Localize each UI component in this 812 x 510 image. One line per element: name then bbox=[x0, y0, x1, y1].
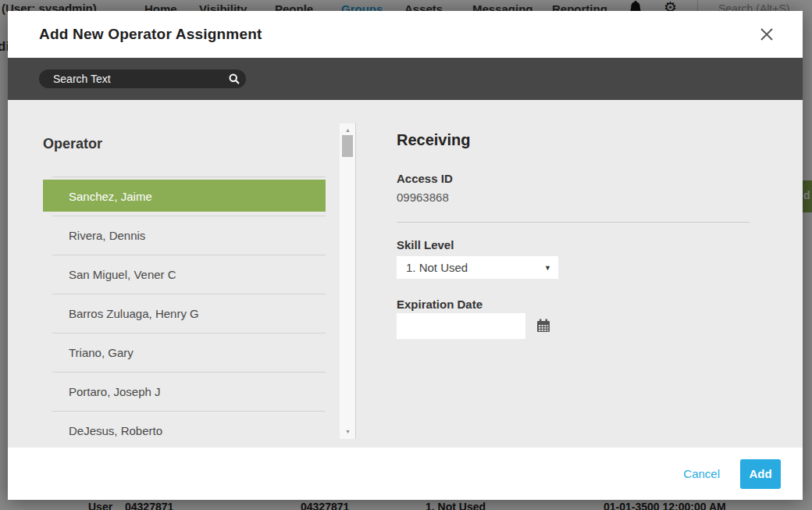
operator-list-item[interactable]: Sanchez, Jaime bbox=[43, 177, 326, 216]
operator-name: Sanchez, Jaime bbox=[69, 190, 152, 203]
scroll-down-icon[interactable]: ▼ bbox=[340, 428, 356, 436]
operator-name: Barros Zuluaga, Henry G bbox=[69, 307, 199, 320]
search-pill bbox=[39, 70, 246, 88]
skill-level-select[interactable]: 1. Not Used ▼ bbox=[397, 256, 558, 279]
expiration-date-input[interactable] bbox=[397, 313, 525, 339]
operator-list-item[interactable]: DeJesus, Roberto bbox=[43, 411, 326, 448]
add-operator-assignment-dialog: Add New Operator Assignment Operator San… bbox=[8, 11, 803, 500]
operator-list-scrollbar[interactable]: ▲ ▼ bbox=[340, 123, 356, 439]
dialog-search-bar bbox=[8, 58, 803, 100]
receiving-heading: Receiving bbox=[397, 131, 470, 149]
skill-level-label: Skill Level bbox=[397, 238, 454, 251]
operator-name: San Miguel, Vener C bbox=[69, 268, 176, 281]
receiving-divider bbox=[397, 222, 750, 223]
dropdown-caret-icon: ▼ bbox=[544, 264, 551, 272]
operator-name: DeJesus, Roberto bbox=[69, 424, 162, 437]
dialog-footer: Cancel Add bbox=[8, 448, 803, 500]
search-input[interactable] bbox=[39, 73, 223, 85]
operator-list-item[interactable]: Barros Zuluaga, Henry G bbox=[43, 294, 326, 333]
dialog-title: Add New Operator Assignment bbox=[39, 11, 262, 58]
operator-name: Rivera, Dennis bbox=[69, 229, 145, 242]
dialog-titlebar: Add New Operator Assignment bbox=[8, 11, 803, 58]
operator-list-item[interactable]: Rivera, Dennis bbox=[43, 216, 326, 255]
operator-list: Sanchez, JaimeRivera, DennisSan Miguel, … bbox=[43, 177, 326, 448]
operator-list-item[interactable]: San Miguel, Vener C bbox=[43, 255, 326, 294]
close-button[interactable] bbox=[757, 26, 776, 45]
operator-list-item[interactable]: Triano, Gary bbox=[43, 333, 326, 372]
skill-level-selected-value: 1. Not Used bbox=[406, 261, 468, 274]
search-icon[interactable] bbox=[223, 70, 246, 88]
cancel-button[interactable]: Cancel bbox=[683, 467, 720, 480]
operator-name: Triano, Gary bbox=[69, 346, 134, 359]
scroll-up-icon[interactable]: ▲ bbox=[340, 127, 356, 134]
operator-panel-heading: Operator bbox=[43, 136, 102, 152]
close-icon bbox=[758, 34, 775, 45]
scrollbar-thumb[interactable] bbox=[342, 135, 353, 157]
operator-list-item[interactable]: Portaro, Joseph J bbox=[43, 372, 326, 411]
expiration-date-label: Expiration Date bbox=[397, 298, 483, 311]
access-id-label: Access ID bbox=[397, 172, 453, 185]
add-button[interactable]: Add bbox=[740, 459, 781, 489]
access-id-value: 09963868 bbox=[397, 191, 449, 204]
calendar-icon[interactable] bbox=[536, 319, 550, 333]
operator-name: Portaro, Joseph J bbox=[69, 385, 161, 398]
dialog-body: Operator Sanchez, JaimeRivera, DennisSan… bbox=[8, 100, 803, 448]
